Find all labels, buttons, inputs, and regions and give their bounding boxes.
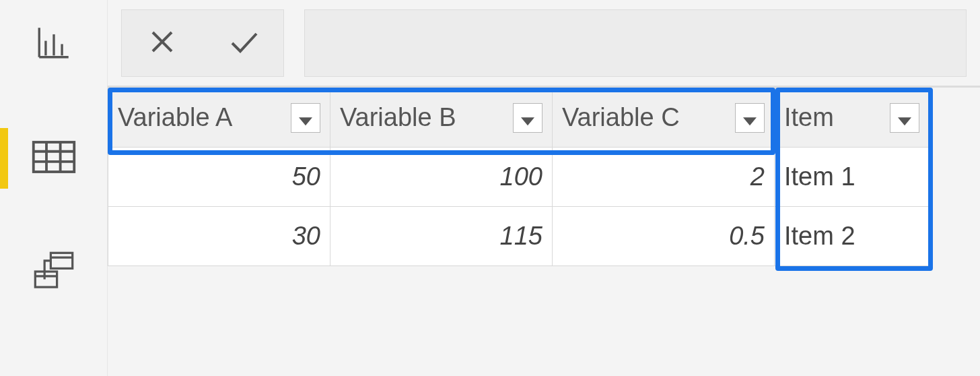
nav-report-view[interactable] [24,13,84,74]
column-header-variable-c[interactable]: Variable C [553,88,775,148]
formula-accept-button[interactable] [223,23,263,63]
table-row[interactable]: 30 115 0.5 Item 2 [108,207,930,266]
main: Variable A Variable B [108,0,980,376]
data-grid: Variable A Variable B [108,88,980,376]
svg-rect-5 [33,142,74,172]
cell[interactable]: 50 [108,148,330,207]
table-row[interactable]: 50 100 2 Item 1 [108,148,930,207]
cell[interactable]: 30 [108,207,330,266]
header-row: Variable A Variable B [108,88,930,148]
column-label: Variable C [562,103,680,132]
column-header-item[interactable]: Item [775,88,930,148]
column-header-variable-b[interactable]: Variable B [330,88,553,148]
svg-marker-19 [899,118,911,125]
nav-model-view[interactable] [24,243,84,303]
cell[interactable]: 0.5 [553,207,775,266]
formula-bar [108,0,980,88]
table-icon [32,139,76,177]
cell[interactable]: Item 2 [775,207,930,266]
filter-button[interactable] [513,103,542,133]
column-label: Variable B [340,103,456,132]
filter-button[interactable] [890,103,919,133]
filter-button[interactable] [735,103,765,133]
cell[interactable]: 2 [553,148,775,207]
svg-rect-10 [50,253,72,268]
svg-marker-16 [300,118,312,125]
cell[interactable]: 115 [330,207,553,266]
model-icon [32,251,76,294]
formula-input[interactable] [304,9,967,77]
formula-cancel-button[interactable] [142,23,182,63]
bar-chart-icon [34,23,73,65]
svg-rect-12 [35,272,57,287]
cell[interactable]: Item 1 [775,148,930,207]
column-label: Item [784,103,834,132]
svg-marker-18 [744,118,756,125]
column-label: Variable A [118,103,232,132]
chevron-down-icon [898,103,911,132]
filter-button[interactable] [291,103,320,133]
svg-marker-17 [522,118,534,125]
column-header-variable-a[interactable]: Variable A [108,88,330,148]
formula-bar-buttons [121,9,284,77]
chevron-down-icon [521,103,534,132]
chevron-down-icon [299,103,312,132]
x-icon [146,26,178,61]
cell[interactable]: 100 [330,148,553,207]
view-nav [0,0,108,376]
check-icon [224,26,262,61]
chevron-down-icon [743,103,757,132]
nav-data-view[interactable] [24,128,84,189]
